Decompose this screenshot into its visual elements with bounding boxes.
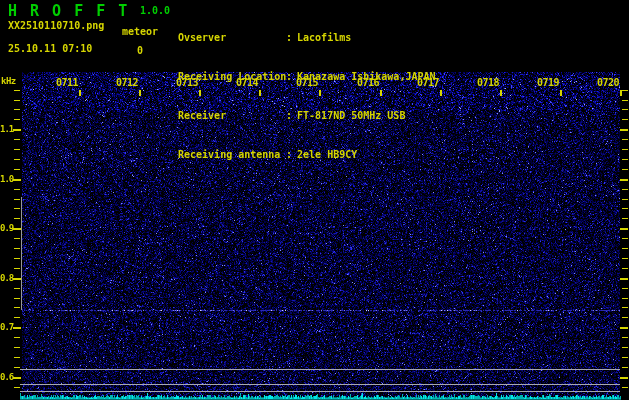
time-tick-label: 0720 <box>595 77 619 88</box>
time-tick-label: 0719 <box>535 77 559 88</box>
app-title: H R O F F T <box>8 2 129 20</box>
time-tick-label: 0712 <box>114 77 138 88</box>
info-row-observer: Ovserver:Lacofilms <box>178 31 436 44</box>
info-separator: : <box>286 109 292 122</box>
time-tick-label: 0716 <box>355 77 379 88</box>
station-info: Ovserver:Lacofilms Receiving Location:Ka… <box>178 5 436 187</box>
info-label: Receiving antenna <box>178 148 286 161</box>
info-label: Ovserver <box>178 31 286 44</box>
info-value: FT-817ND 50MHz USB <box>297 109 405 122</box>
freq-tick-label: 0.6 <box>0 372 15 382</box>
info-separator: : <box>286 70 292 83</box>
info-value: 2ele HB9CY <box>297 148 357 161</box>
time-tick-label: 0714 <box>234 77 258 88</box>
info-separator: : <box>286 31 292 44</box>
info-label: Receiver <box>178 109 286 122</box>
info-row-antenna: Receiving antenna:2ele HB9CY <box>178 148 436 161</box>
time-tick-label: 0713 <box>174 77 198 88</box>
mode-label: meteor <box>122 26 158 37</box>
freq-tick-label: 0.8 <box>0 273 15 283</box>
time-tick-label: 0718 <box>475 77 499 88</box>
freq-axis-unit-label: kHz <box>1 76 16 86</box>
output-filename: XX2510110710.png <box>8 20 104 31</box>
freq-tick-label: 1.0 <box>0 174 15 184</box>
observation-datetime: 25.10.11 07:10 <box>8 43 92 54</box>
freq-tick-label: 0.9 <box>0 223 15 233</box>
info-row-receiver: Receiver:FT-817ND 50MHz USB <box>178 109 436 122</box>
time-tick-label: 0715 <box>294 77 318 88</box>
app-version: 1.0.0 <box>140 5 170 16</box>
time-tick-label: 0711 <box>54 77 78 88</box>
info-separator: : <box>286 148 292 161</box>
hrofft-screen: H R O F F T 1.0.0 XX2510110710.png meteo… <box>0 0 629 400</box>
info-value: Lacofilms <box>297 31 351 44</box>
time-tick-label: 0717 <box>415 77 439 88</box>
freq-tick-label: 0.7 <box>0 322 15 332</box>
meteor-count-value: 0 <box>137 45 143 56</box>
freq-tick-label: 1.1 <box>0 124 15 134</box>
